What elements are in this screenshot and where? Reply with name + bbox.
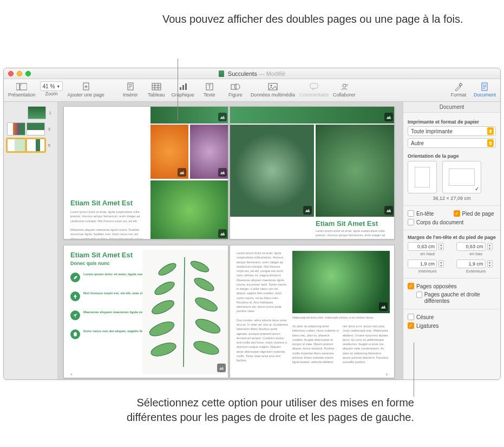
text-button[interactable]: T Texte <box>197 80 222 99</box>
svg-point-22 <box>270 85 272 87</box>
image-placeholder-icon <box>178 168 186 177</box>
svg-rect-16 <box>185 83 187 90</box>
body-text: Lorem ipsum dolor sit amet, ligula suspe… <box>316 229 391 239</box>
chevron-down-icon: ▼ <box>56 85 60 88</box>
page-4[interactable]: Etiam Sit Amet Est Donec quis nunc Lorem… <box>63 245 228 378</box>
image-placeholder[interactable] <box>230 125 314 217</box>
margin-top-stepper[interactable]: 0,63 cm <box>408 242 437 251</box>
orientation-landscape[interactable] <box>442 161 481 193</box>
footer-checkbox[interactable]: Pied de page <box>454 210 496 217</box>
lr-different-checkbox[interactable]: Pages gauche et droite différentes <box>416 291 496 305</box>
checkbox-icon <box>416 291 422 298</box>
margin-bottom-stepper[interactable]: 0,63 cm <box>456 242 486 251</box>
ligatures-checkbox[interactable]: Ligatures <box>408 322 496 329</box>
svg-rect-15 <box>182 85 184 90</box>
image-placeholder[interactable] <box>142 250 228 374</box>
page-3[interactable]: Etiam Sit Amet Est Lorem ipsum dolor sit… <box>230 106 395 239</box>
checkbox-icon <box>408 210 414 217</box>
body-text: nec lacus a mi, auctor sed justo. Justo … <box>343 324 389 375</box>
image-placeholder[interactable] <box>316 125 395 217</box>
paper-select[interactable]: Autre <box>408 138 496 148</box>
body-text: Lorem ipsum dolor sit amet, ligula suspe… <box>70 210 146 239</box>
checkbox-icon <box>408 314 414 320</box>
orientation-portrait[interactable] <box>408 161 437 193</box>
stepper-arrows-icon[interactable]: ▲▼ <box>487 243 493 250</box>
image-placeholder[interactable] <box>230 107 395 124</box>
stepper-arrows-icon <box>487 139 494 147</box>
margin-inside-stepper[interactable]: 1,9 cm <box>408 260 437 268</box>
page-5[interactable]: Lorem ipsum dolor sit amet, ligula suspe… <box>230 245 395 378</box>
document-inspector: Document Imprimante et format de papier … <box>403 102 500 379</box>
document-panel-icon <box>477 81 492 92</box>
svg-point-20 <box>234 84 240 89</box>
page-number: 4 <box>70 373 72 376</box>
format-button[interactable]: Format <box>446 80 472 99</box>
image-placeholder[interactable] <box>292 251 390 313</box>
svg-rect-1 <box>20 83 27 90</box>
printer-select[interactable]: Toute imprimante <box>408 126 496 136</box>
section-label: Orientation de la page <box>408 153 496 159</box>
image-placeholder-icon <box>218 168 227 177</box>
comment-button[interactable]: Commentaire <box>297 80 331 99</box>
add-page-button[interactable]: Ajouter une page <box>65 80 107 99</box>
chart-button[interactable]: Graphique <box>169 80 197 99</box>
image-placeholder[interactable] <box>150 125 188 179</box>
hyphenation-checkbox[interactable]: Césure <box>408 314 496 320</box>
shape-icon <box>228 81 243 92</box>
shape-button[interactable]: Figure <box>222 80 248 99</box>
checkbox-icon <box>408 219 414 225</box>
svg-text:T: T <box>208 84 211 90</box>
page-spread: Etiam Sit Amet Est Donec quis nunc Lorem… <box>63 245 397 378</box>
collaborate-button[interactable]: Collaborer <box>331 80 358 99</box>
zoom-control[interactable]: 41 % ▼ Zoom <box>38 80 66 98</box>
checkbox-icon <box>454 210 460 217</box>
insert-button[interactable]: Insérer <box>117 80 143 99</box>
callout-line <box>414 342 414 397</box>
page-number: 5 <box>386 373 388 376</box>
toolbar: Présentation 41 % ▼ Zoom Ajouter une pag… <box>4 79 500 102</box>
svg-point-35 <box>157 261 178 277</box>
table-button[interactable]: Tableau <box>143 80 169 99</box>
view-button[interactable]: Présentation <box>6 80 38 99</box>
svg-rect-14 <box>180 87 181 90</box>
media-icon <box>266 81 280 92</box>
doc-name: Succulents <box>228 70 257 77</box>
thumb-spread-3[interactable]: 5 <box>7 139 54 152</box>
image-placeholder[interactable] <box>150 180 228 239</box>
svg-point-39 <box>150 298 175 317</box>
image-placeholder[interactable] <box>190 125 228 179</box>
body-text: Ac dolor ac adipiscing amet bibendum nul… <box>292 324 339 375</box>
image-placeholder-icon <box>218 113 227 121</box>
document-body-checkbox[interactable]: Corps du document <box>408 219 496 225</box>
svg-point-42 <box>194 316 222 336</box>
inspector-tab-document[interactable]: Document <box>403 102 500 113</box>
svg-point-41 <box>148 319 176 339</box>
plant-icon <box>70 310 80 320</box>
svg-point-40 <box>193 295 219 314</box>
header-checkbox[interactable]: En-tête <box>408 210 450 217</box>
image-placeholder-icon <box>384 206 393 215</box>
svg-rect-9 <box>152 83 161 90</box>
stepper-arrows-icon[interactable]: ▲▼ <box>438 243 444 250</box>
image-placeholder-icon <box>384 113 393 121</box>
stepper-arrows-icon[interactable]: ▲▼ <box>438 260 444 268</box>
margin-outside-stepper[interactable]: 1,9 cm <box>456 260 486 268</box>
thumb-spread-2[interactable]: 3 <box>7 122 54 135</box>
image-placeholder-icon <box>218 229 227 238</box>
insert-icon <box>123 81 138 92</box>
svg-point-37 <box>153 280 176 297</box>
stepper-arrows-icon[interactable]: ▲▼ <box>487 260 493 268</box>
document-button[interactable]: Document <box>472 80 498 99</box>
stepper-arrows-icon <box>487 127 494 135</box>
thumb-spread-1[interactable]: 1 <box>7 106 54 119</box>
page-heading: Etiam Sit Amet Est <box>70 251 133 259</box>
table-icon <box>149 81 163 92</box>
page-spread: Etiam Sit Amet Est Lorem ipsum dolor sit… <box>63 106 397 239</box>
facing-pages-checkbox[interactable]: Pages opposées <box>408 283 496 289</box>
page-2[interactable]: Etiam Sit Amet Est Lorem ipsum dolor sit… <box>63 106 228 239</box>
image-placeholder[interactable] <box>150 107 228 124</box>
tree-icon <box>70 291 80 301</box>
media-button[interactable]: Données multimédia <box>248 80 297 99</box>
seed-icon <box>70 329 80 339</box>
document-canvas[interactable]: Etiam Sit Amet Est Lorem ipsum dolor sit… <box>58 102 403 379</box>
